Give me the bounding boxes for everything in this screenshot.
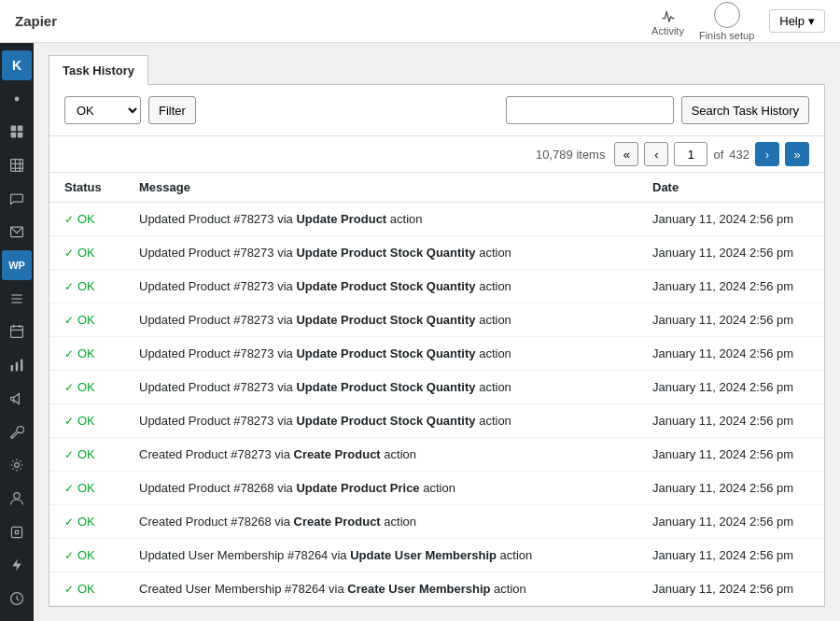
cell-date: January 11, 2024 2:56 pm: [637, 337, 824, 371]
first-page-button[interactable]: «: [614, 142, 638, 166]
col-date: Date: [637, 173, 824, 203]
controls-left: OK Error Held Filtered Filter: [64, 96, 196, 124]
sidebar-item-list[interactable]: [2, 284, 32, 314]
cell-status: ✓ OK: [49, 270, 124, 303]
svg-rect-18: [11, 365, 13, 371]
sidebar-item-k[interactable]: K: [2, 50, 32, 80]
topbar-right: Activity Finish setup Help ▾: [651, 2, 825, 41]
sidebar-item-wrench[interactable]: [2, 417, 32, 447]
sidebar-item-mail[interactable]: [2, 218, 32, 247]
search-input[interactable]: [506, 96, 674, 124]
table-row: ✓ OKUpdated Product #78268 via Update Pr…: [49, 472, 824, 505]
sidebar-item-calendar[interactable]: [2, 318, 32, 347]
message-prefix: Created User Membership #78264 via: [139, 582, 347, 596]
cell-status: ✓ OK: [49, 203, 124, 236]
status-ok-badge: ✓ OK: [64, 279, 109, 293]
lightning-icon: [9, 557, 24, 572]
check-icon: ✓: [64, 381, 74, 394]
message-prefix: Updated Product #78273 via: [139, 279, 296, 293]
table-row: ✓ OKUpdated Product #78273 via Update Pr…: [49, 236, 824, 270]
items-count: 10,789 items: [536, 148, 605, 162]
page-number-input[interactable]: [674, 142, 707, 166]
apps-icon: [9, 124, 24, 139]
message-bold: Update Product Stock Quantity: [296, 313, 475, 327]
status-filter-select[interactable]: OK Error Held Filtered: [64, 96, 141, 124]
cell-date: January 11, 2024 2:56 pm: [637, 303, 824, 337]
help-button[interactable]: Help ▾: [769, 9, 825, 33]
sidebar-item-chart[interactable]: [2, 350, 32, 380]
sidebar-item-apps[interactable]: [2, 117, 32, 147]
comment-icon: [9, 191, 24, 206]
task-history-tab[interactable]: Task History: [49, 55, 148, 85]
message-suffix: action: [476, 313, 511, 327]
cell-status: ✓ OK: [49, 236, 124, 270]
cell-message: Created Product #78268 via Create Produc…: [124, 505, 637, 539]
table-row: ✓ OKCreated Product #78273 via Create Pr…: [49, 438, 824, 472]
cell-message: Updated User Membership #78264 via Updat…: [124, 539, 637, 572]
sidebar-item-lightning[interactable]: [2, 551, 32, 581]
message-suffix: action: [497, 548, 532, 562]
cell-status: ✓ OK: [49, 505, 124, 539]
check-icon: ✓: [64, 482, 74, 495]
sidebar-item-wp[interactable]: WP: [2, 250, 32, 280]
last-page-button[interactable]: »: [785, 142, 809, 166]
message-prefix: Created Product #78273 via: [139, 447, 294, 461]
message-suffix: action: [420, 481, 455, 495]
message-suffix: action: [490, 582, 525, 596]
sidebar-item-user[interactable]: [2, 484, 32, 514]
finish-setup-label: Finish setup: [699, 30, 754, 41]
cell-message: Updated Product #78273 via Update Produc…: [124, 203, 637, 236]
controls-row: OK Error Held Filtered Filter Search Tas…: [49, 85, 824, 136]
sidebar-item-megaphone[interactable]: [2, 384, 32, 414]
help-label: Help: [779, 14, 805, 28]
filter-button[interactable]: Filter: [148, 96, 196, 124]
cell-message: Created User Membership #78264 via Creat…: [124, 572, 637, 606]
sidebar-item-tool[interactable]: [2, 84, 32, 114]
cell-message: Updated Product #78273 via Update Produc…: [124, 337, 637, 371]
col-status: Status: [49, 173, 124, 203]
finish-setup-button[interactable]: Finish setup: [699, 2, 754, 41]
cell-status: ✓ OK: [49, 572, 124, 606]
table-row: ✓ OKUpdated Product #78273 via Update Pr…: [49, 404, 824, 438]
cell-status: ✓ OK: [49, 472, 124, 505]
cell-date: January 11, 2024 2:56 pm: [637, 270, 824, 303]
pagination-row: 10,789 items « ‹ of 432 › »: [49, 136, 824, 173]
message-bold: Create Product: [294, 515, 381, 529]
next-page-button[interactable]: ›: [755, 142, 779, 166]
message-prefix: Updated User Membership #78264 via: [139, 548, 350, 562]
plugin-icon: [9, 525, 24, 540]
sidebar-item-circle[interactable]: [2, 584, 32, 614]
topbar: Zapier Activity Finish setup Help ▾: [0, 0, 840, 43]
activity-button[interactable]: Activity: [651, 7, 684, 36]
sidebar-item-grid[interactable]: [2, 150, 32, 180]
message-prefix: Updated Product #78273 via: [139, 380, 296, 394]
cell-message: Updated Product #78273 via Update Produc…: [124, 404, 637, 438]
status-ok-badge: ✓ OK: [64, 582, 109, 596]
status-ok-badge: ✓ OK: [64, 246, 109, 260]
svg-rect-2: [18, 126, 23, 132]
sidebar-item-gear[interactable]: [2, 450, 32, 480]
search-button[interactable]: Search Task History: [681, 96, 809, 124]
message-prefix: Updated Product #78273 via: [139, 212, 296, 226]
cell-message: Created Product #78273 via Create Produc…: [124, 438, 637, 472]
cell-status: ✓ OK: [49, 438, 124, 472]
table-row: ✓ OKUpdated Product #78273 via Update Pr…: [49, 203, 824, 236]
prev-page-button[interactable]: ‹: [644, 142, 668, 166]
svg-rect-23: [11, 527, 21, 537]
message-suffix: action: [476, 279, 511, 293]
message-prefix: Updated Product #78268 via: [139, 481, 296, 495]
svg-rect-20: [21, 360, 22, 372]
sidebar-item-plugin[interactable]: [2, 517, 32, 547]
svg-rect-1: [11, 126, 17, 132]
sidebar-item-comment[interactable]: [2, 184, 32, 214]
status-ok-badge: ✓ OK: [64, 212, 109, 226]
cell-date: January 11, 2024 2:56 pm: [637, 203, 824, 236]
message-prefix: Updated Product #78273 via: [139, 414, 296, 428]
cell-date: January 11, 2024 2:56 pm: [637, 438, 824, 472]
cell-status: ✓ OK: [49, 337, 124, 371]
status-ok-badge: ✓ OK: [64, 447, 109, 461]
table-row: ✓ OKUpdated User Membership #78264 via U…: [49, 539, 824, 572]
check-icon: ✓: [64, 247, 74, 260]
chart-icon: [9, 358, 24, 373]
cell-message: Updated Product #78273 via Update Produc…: [124, 270, 637, 303]
